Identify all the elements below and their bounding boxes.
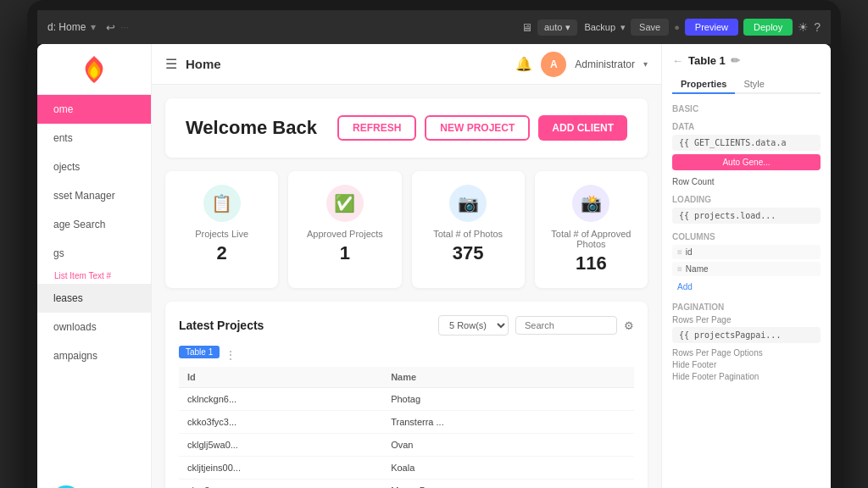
cell-name: Ovan xyxy=(382,434,585,457)
col-header-name: Name xyxy=(382,367,585,388)
table-row[interactable]: cklnckgn6... Photag xyxy=(179,388,634,411)
stat-value-1: 1 xyxy=(302,242,387,264)
sidebar-sub-item[interactable]: List Item Text # xyxy=(37,268,151,284)
sidebar-item-clients[interactable]: ents xyxy=(37,124,151,152)
loading-label: Loading xyxy=(672,195,821,204)
cell-name: Marco Bar... xyxy=(382,480,585,489)
deploy-button[interactable]: Deploy xyxy=(743,19,793,36)
sidebar-item-page-search[interactable]: age Search xyxy=(37,210,151,239)
sidebar-item-home[interactable]: ome xyxy=(37,95,151,124)
avatar: A xyxy=(541,52,566,77)
table-row[interactable]: ckko3fyc3... Transterra ... xyxy=(179,411,634,434)
dropdown-arrow-icon[interactable]: ▾ xyxy=(91,21,96,33)
table-options-icon[interactable]: ⋮ xyxy=(225,348,236,362)
col-id-label: id xyxy=(686,247,693,257)
stat-label-1: Approved Projects xyxy=(302,229,387,239)
hide-footer-label: Hide Footer xyxy=(672,360,821,369)
bottom-logo: G ... xyxy=(37,472,151,488)
rows-per-page-label: Rows Per Page xyxy=(672,315,821,324)
col-name-label: Name xyxy=(686,264,709,274)
device-label: auto xyxy=(544,22,562,32)
sidebar-item-campaigns[interactable]: ampaigns xyxy=(37,341,151,370)
cell-actions xyxy=(585,480,634,489)
backup-button[interactable]: Backup xyxy=(584,22,615,32)
hamburger-icon[interactable]: ☰ xyxy=(165,56,177,72)
stat-label-3: Total # of Approved Photos xyxy=(548,229,634,249)
panel-title: ← Table 1 ✏ xyxy=(672,54,821,67)
sidebar-sub-label: List Item Text # xyxy=(54,271,111,280)
sidebar-logs-label: gs xyxy=(53,247,64,259)
admin-dropdown-arrow[interactable]: ▾ xyxy=(643,59,648,69)
cell-name: Koala xyxy=(382,457,585,480)
cell-id: ckm3ocwn xyxy=(179,480,382,489)
stat-label-0: Projects Live xyxy=(179,229,264,239)
rows-per-page-field[interactable]: {{ projectsPagpai... xyxy=(672,327,821,343)
sidebar-page-label: age Search xyxy=(53,219,105,230)
table-tag-row: Table 1 ⋮ xyxy=(179,346,634,363)
sidebar-projects-label: ojects xyxy=(53,161,80,173)
stat-card-approved-photos: 📸 Total # of Approved Photos 116 xyxy=(535,171,648,288)
more-icon[interactable]: ··· xyxy=(120,22,128,32)
sun-icon[interactable]: ☀ xyxy=(798,20,809,34)
drag-icon-name: ≡ xyxy=(677,264,682,274)
sidebar-releases-label: leases xyxy=(53,292,83,304)
notification-icon[interactable]: 🔔 xyxy=(515,56,532,72)
add-client-button[interactable]: ADD CLIENT xyxy=(538,115,627,141)
sidebar-item-projects[interactable]: ojects xyxy=(37,152,151,181)
cell-id: cklglj5wa0... xyxy=(179,434,382,457)
undo-icon[interactable]: ↩ xyxy=(106,21,115,34)
hide-footer-pagination-label: Hide Footer Pagination xyxy=(672,372,821,381)
stat-value-2: 375 xyxy=(426,242,511,264)
add-column-button[interactable]: Add xyxy=(672,280,821,294)
auto-gen-button[interactable]: Auto Gene... xyxy=(672,154,821,170)
stats-row: 📋 Projects Live 2 ✅ Approved Projects 1 … xyxy=(165,171,648,288)
projects-live-icon: 📋 xyxy=(203,185,241,222)
columns-list: ≡ id ≡ Name xyxy=(672,245,821,276)
sidebar-item-releases[interactable]: leases xyxy=(37,284,151,313)
screen: ome ents ojects sset Manager age Search … xyxy=(37,44,831,488)
cell-id: ckko3fyc3... xyxy=(179,411,382,434)
right-panel: ← Table 1 ✏ Properties Style Basic Data … xyxy=(661,44,831,488)
page-content: Welcome Back REFRESH NEW PROJECT ADD CLI… xyxy=(152,85,661,488)
pagination-title: Pagination xyxy=(672,302,821,312)
sidebar-downloads-label: ownloads xyxy=(53,321,97,333)
column-item-name[interactable]: ≡ Name xyxy=(672,262,821,276)
table-row[interactable]: cklglj5wa0... Ovan xyxy=(179,434,634,457)
col-header-id: Id xyxy=(179,367,382,388)
data-field[interactable]: {{ GET_CLIENTS.data.a xyxy=(672,135,821,151)
welcome-actions: REFRESH NEW PROJECT ADD CLIENT xyxy=(337,115,627,141)
cell-name: Transterra ... xyxy=(382,411,585,434)
app-title: Home xyxy=(186,57,507,71)
app-topnav: ☰ Home 🔔 A Administrator ▾ xyxy=(152,44,661,85)
total-photos-icon: 📷 xyxy=(449,185,487,222)
panel-edit-icon[interactable]: ✏ xyxy=(731,54,740,67)
approved-projects-icon: ✅ xyxy=(326,185,364,222)
refresh-button[interactable]: REFRESH xyxy=(337,115,416,141)
filter-icon[interactable]: ⚙ xyxy=(624,319,634,332)
device-arrow: ▾ xyxy=(565,22,570,33)
preview-button[interactable]: Preview xyxy=(685,19,738,36)
device-selector[interactable]: auto ▾ xyxy=(537,19,577,36)
approved-photos-icon: 📸 xyxy=(572,185,609,222)
projects-controls: 5 Row(s) ⚙ xyxy=(438,315,634,336)
loading-field[interactable]: {{ projects.load... xyxy=(672,208,821,224)
rows-per-page-options-label: Rows Per Page Options xyxy=(672,348,821,358)
sidebar-item-downloads[interactable]: ownloads xyxy=(37,313,151,341)
drag-icon-id: ≡ xyxy=(677,247,682,257)
search-input[interactable] xyxy=(515,316,617,335)
sidebar-item-logs[interactable]: gs xyxy=(37,239,151,268)
help-icon[interactable]: ? xyxy=(814,20,821,34)
panel-back-icon[interactable]: ← xyxy=(672,54,683,67)
tab-properties[interactable]: Properties xyxy=(672,75,735,94)
rows-select[interactable]: 5 Row(s) xyxy=(438,315,509,336)
column-item-id[interactable]: ≡ id xyxy=(672,245,821,259)
cell-actions xyxy=(585,457,634,480)
table-row[interactable]: ckm3ocwn Marco Bar... xyxy=(179,480,634,489)
tab-style[interactable]: Style xyxy=(735,75,772,94)
sidebar-item-asset-manager[interactable]: sset Manager xyxy=(37,181,151,210)
new-project-button[interactable]: NEW PROJECT xyxy=(425,115,530,141)
projects-header: Latest Projects 5 Row(s) ⚙ xyxy=(179,315,634,336)
cell-actions xyxy=(585,434,634,457)
save-button[interactable]: Save xyxy=(631,19,669,36)
table-row[interactable]: ckljtjeins00... Koala xyxy=(179,457,634,480)
